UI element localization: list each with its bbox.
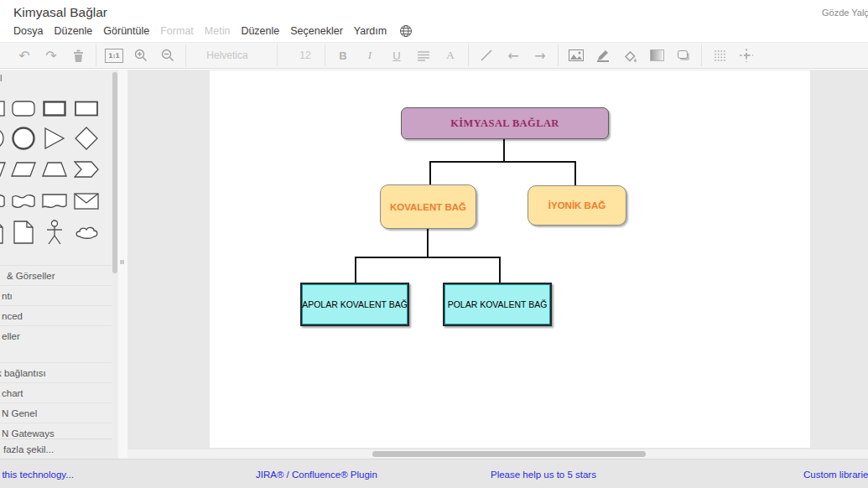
shape-document[interactable] — [0, 219, 7, 246]
edge-kovalent-down[interactable] — [427, 229, 429, 257]
status-link-jira-plugin[interactable]: JIRA® / Confluence® Plugin — [256, 470, 377, 480]
toolbar: ↶ ↷ 1:1 — [0, 42, 868, 69]
line-color-pencil-button[interactable] — [594, 45, 612, 65]
shape-row — [0, 156, 112, 184]
shape-document[interactable] — [10, 219, 37, 246]
status-link-custom-libraries[interactable]: Custom libraries — [803, 470, 868, 480]
connection-group: ← → — [477, 45, 549, 65]
sidebar-section-baglantisi[interactable]: k bağlantısı — [0, 362, 112, 383]
menu-duzenle[interactable]: Düzenle — [54, 25, 92, 37]
shape-row — [0, 188, 112, 216]
sidebar-collapse-handle[interactable]: ıı — [120, 257, 124, 266]
image-button[interactable] — [567, 45, 585, 65]
status-link-5-stars[interactable]: Please help us to 5 stars — [491, 470, 596, 480]
menu-metin: Metin — [205, 25, 231, 37]
shape-rectangle[interactable] — [73, 95, 100, 122]
undo-button[interactable]: ↶ — [15, 45, 34, 65]
horizontal-scrollbar-thumb[interactable] — [372, 451, 646, 457]
align-button[interactable] — [414, 45, 433, 65]
shape-trapezoid[interactable] — [41, 156, 68, 183]
shape-circle[interactable] — [0, 125, 7, 152]
edge-root-down[interactable] — [503, 139, 505, 162]
italic-button[interactable]: I — [361, 45, 379, 65]
menu-goruntule[interactable]: Görüntüle — [103, 25, 149, 37]
shadow-button[interactable] — [674, 45, 693, 65]
sidebar-section-nti[interactable]: ntı — [0, 285, 113, 306]
header: Kimyasal Bağlar Gözde Yalçın Dosya Düzen… — [0, 0, 868, 42]
shape-parallelogram[interactable] — [0, 156, 7, 183]
menu-bar: Dosya Düzenle Görüntüle Format Metin Düz… — [13, 24, 413, 38]
arrow-left-button[interactable]: ← — [504, 45, 522, 65]
node-iyonik-bag[interactable]: İYONİK BAĞ — [528, 185, 626, 226]
line-button[interactable] — [477, 45, 496, 65]
shape-bold-circle[interactable] — [10, 125, 37, 152]
edge-to-kovalent[interactable] — [429, 162, 431, 185]
node-kovalent-bag[interactable]: KOVALENT BAĞ — [380, 184, 476, 229]
sidebar-scrollbar[interactable] — [112, 70, 118, 459]
delete-button[interactable] — [69, 45, 87, 65]
menu-secenekler[interactable]: Seçenekler — [290, 25, 343, 37]
sidebar-section-eller[interactable]: eller — [0, 325, 113, 346]
shape-rounded-rectangle[interactable] — [10, 95, 37, 122]
gradient-icon — [650, 49, 664, 61]
sidebar-scrollbar-thumb[interactable] — [112, 72, 117, 273]
menu-duzenle-2[interactable]: Düzenle — [241, 25, 279, 37]
gradient-button[interactable] — [647, 45, 666, 65]
shape-wave[interactable] — [0, 188, 7, 215]
shape-banner[interactable] — [41, 188, 68, 215]
status-link-technology[interactable]: t this technology... — [0, 470, 74, 480]
font-size-select[interactable]: 12 — [294, 49, 316, 61]
more-shapes-button[interactable]: fazla şekil... — [0, 439, 122, 459]
actual-size-button[interactable]: 1:1 — [105, 45, 123, 65]
sidebar-section-gorseller[interactable]: & Görseller — [0, 265, 118, 286]
node-apolar-kovalent-bag[interactable]: APOLAR KOVALENT BAĞ — [300, 283, 409, 326]
font-family-select[interactable]: Helvetica — [195, 49, 260, 61]
menu-yardim[interactable]: Yardım — [354, 25, 387, 37]
zoom-in-button[interactable] — [132, 45, 150, 65]
shape-cloud[interactable] — [73, 219, 100, 246]
menu-dosya[interactable]: Dosya — [13, 25, 43, 37]
sidebar-section-advanced[interactable]: nced — [0, 305, 113, 326]
edge-kovalent-horizontal[interactable] — [355, 257, 501, 258]
shape-parallelogram[interactable] — [10, 156, 37, 183]
shape-diamond[interactable] — [73, 125, 100, 152]
shape-triangle[interactable] — [41, 125, 68, 152]
font-color-button[interactable]: A — [441, 45, 460, 65]
horizontal-scrollbar[interactable] — [127, 449, 868, 459]
app-window: Kimyasal Bağlar Gözde Yalçın Dosya Düzen… — [0, 0, 868, 488]
bold-button[interactable]: B — [334, 45, 352, 65]
shape-row — [0, 95, 112, 123]
fill-color-bucket-button[interactable] — [621, 45, 639, 65]
font-group: Helvetica 12 — [195, 44, 316, 66]
shape-wave[interactable] — [10, 188, 37, 215]
shape-row — [0, 125, 112, 153]
grid-toggle-button[interactable] — [710, 45, 729, 65]
shape-envelope[interactable] — [73, 188, 100, 215]
shape-row — [0, 219, 112, 247]
edge-to-apolar[interactable] — [355, 257, 356, 283]
guides-crosshair-button[interactable] — [737, 45, 756, 65]
node-kimyasal-baglar[interactable]: KİMYASAL BAĞLAR — [401, 107, 609, 139]
sidebar-section-flowchart[interactable]: chart — [0, 382, 113, 403]
edge-to-iyonik[interactable] — [574, 162, 576, 186]
underline-button[interactable]: U — [387, 45, 406, 65]
edge-root-horizontal[interactable] — [429, 161, 576, 163]
style-group — [567, 45, 693, 65]
arrow-right-button[interactable]: → — [531, 45, 549, 65]
shape-actor[interactable] — [41, 219, 68, 246]
language-globe-icon[interactable] — [399, 24, 413, 38]
sidebar-resize-strip[interactable]: ıı — [118, 70, 127, 459]
redo-button[interactable]: ↷ — [42, 45, 60, 65]
zoom-out-button[interactable] — [159, 45, 177, 65]
shape-rectangle[interactable] — [0, 95, 7, 122]
canvas-area: KİMYASAL BAĞLAR KOVALENT BAĞ İYONİK BAĞ … — [127, 70, 868, 459]
shape-chevron[interactable] — [73, 156, 100, 183]
edge-to-polar[interactable] — [499, 257, 501, 283]
history-group: ↶ ↷ — [15, 45, 87, 65]
menu-format: Format — [160, 25, 194, 37]
grid-group — [710, 45, 756, 65]
toolbar-separator — [96, 44, 96, 66]
sidebar-section-bpmn-genel[interactable]: N Genel — [0, 402, 113, 423]
node-polar-kovalent-bag[interactable]: POLAR KOVALENT BAĞ — [443, 283, 552, 326]
shape-bold-rectangle[interactable] — [41, 95, 68, 122]
